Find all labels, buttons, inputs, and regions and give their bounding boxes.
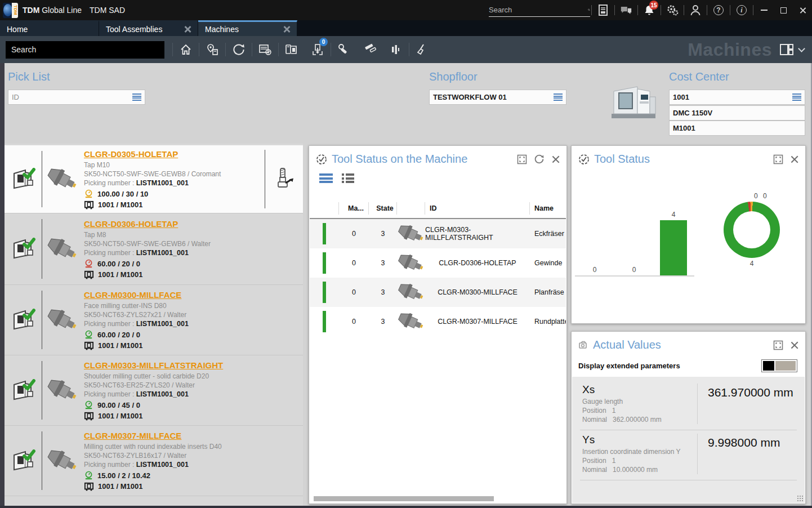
tool-description: Shoulder milling cutter - solid carbide …	[84, 372, 303, 381]
shopfloor-menu-icon[interactable]	[554, 93, 563, 101]
tab-label: Tool Assemblies	[106, 25, 162, 34]
pick-list-menu-icon[interactable]	[132, 93, 141, 101]
titlebar-search-input[interactable]	[489, 6, 588, 14]
notifications-bell-icon[interactable]: 15	[639, 0, 659, 20]
picking-number-label: Picking number :	[84, 390, 134, 398]
tool-assemble-icon[interactable]	[331, 36, 357, 63]
machine-transfer-icon[interactable]	[279, 36, 305, 63]
list-item[interactable]: CLGR-D0306-HOLETAP Tap M8 SK50-NCT50-SWF…	[5, 213, 303, 284]
extended-parameters-toggle[interactable]	[761, 359, 797, 372]
list-item[interactable]: CLGR-M0300-MILLFACE Face milling cutter-…	[5, 284, 303, 355]
resize-grip[interactable]	[797, 495, 804, 502]
list-check-icon[interactable]	[252, 36, 278, 63]
table-row[interactable]: 0 3 CLGR-M0303-MILLFLATSTRAIGHT Eckfräse…	[310, 219, 566, 248]
report-icon[interactable]	[593, 0, 613, 20]
cost-center-field[interactable]	[669, 90, 805, 105]
detail-view-icon[interactable]	[342, 173, 354, 183]
tab-tool-assemblies[interactable]: Tool Assemblies	[99, 20, 198, 36]
col-magazine[interactable]: Ma...	[339, 202, 369, 215]
actual-values-list: Xs Gauge length Position1 Nominal362.000…	[572, 377, 805, 503]
tab-close-icon[interactable]	[283, 26, 290, 33]
horizontal-scrollbar[interactable]	[314, 496, 494, 501]
machine-number-input[interactable]	[673, 124, 801, 132]
messages-icon[interactable]	[616, 0, 636, 20]
home-icon[interactable]	[173, 36, 199, 63]
tool-description: Face milling cutter-INS D80	[84, 301, 303, 310]
toolbar-search[interactable]	[6, 41, 164, 59]
close-icon[interactable]	[790, 155, 798, 163]
titlebar-search[interactable]	[489, 3, 590, 17]
info-icon[interactable]: i	[731, 0, 752, 20]
workspace-title: TDM SAD	[90, 6, 125, 15]
pick-list-id-input[interactable]	[12, 93, 132, 101]
bar	[660, 220, 687, 275]
tdm-logo-icon: TDM	[3, 3, 18, 18]
cost-center-input[interactable]	[673, 93, 792, 101]
bar-green: 4	[654, 211, 693, 275]
tool-image	[397, 284, 425, 301]
app-title: TDM Global Line	[23, 6, 82, 15]
tool-id-link[interactable]: CLGR-D0305-HOLETAP	[84, 149, 178, 159]
list-item[interactable]: CLGR-M0307-MILLFACE Milling cutter with …	[5, 425, 303, 496]
tab-home[interactable]: Home	[0, 20, 99, 36]
machine-number-field[interactable]	[669, 121, 805, 136]
minimize-button[interactable]	[755, 0, 774, 20]
close-icon[interactable]	[790, 341, 798, 349]
chevron-down-icon[interactable]	[798, 45, 805, 52]
tool-id-link[interactable]: CLGR-M0303-MILLFLATSTRAIGHT	[84, 360, 223, 370]
tab-close-icon[interactable]	[184, 26, 191, 33]
pick-list-id-field[interactable]	[8, 90, 145, 105]
picking-number-value: LISTM1001_001	[136, 461, 189, 469]
refresh-icon[interactable]	[226, 36, 252, 63]
shopfloor-input[interactable]	[433, 93, 554, 101]
col-id[interactable]: ID	[425, 202, 530, 215]
measure-bars-icon[interactable]	[383, 36, 409, 63]
tool-life-gauge-icon	[84, 259, 93, 269]
user-icon[interactable]	[685, 0, 706, 20]
tool-disassemble-icon[interactable]	[357, 36, 383, 63]
col-name[interactable]: Name	[530, 202, 566, 215]
table-row[interactable]: 0 3 CLGR-D0306-HOLETAP Gewinde	[310, 248, 566, 278]
cell-state: 3	[369, 259, 397, 267]
list-item[interactable]: CLGR-M0303-MILLFLATSTRAIGHT Shoulder mil…	[5, 355, 303, 425]
expand-icon[interactable]	[773, 340, 783, 350]
settings-gears-icon[interactable]	[662, 0, 682, 20]
search-icon[interactable]	[588, 5, 590, 15]
tool-holder: SK50-NCT63-ER25-ZYLS20 / Walter	[84, 381, 303, 390]
list-item[interactable]: CLGR-D0305-HOLETAP Tap M10 SK50-NCT50-SW…	[5, 145, 303, 213]
picking-number-value: LISTM1001_001	[136, 179, 189, 187]
clear-broom-icon[interactable]	[409, 36, 435, 63]
tool-id-link[interactable]: CLGR-M0307-MILLFACE	[84, 431, 181, 440]
param-name: Xs	[582, 384, 697, 396]
download-to-machine-icon[interactable]: 0	[305, 36, 331, 63]
shopfloor-field[interactable]	[429, 90, 566, 105]
tool-unload-icon[interactable]	[265, 150, 303, 208]
shopfloor-title: Shopfloor	[429, 70, 478, 83]
maximize-button[interactable]	[774, 0, 793, 20]
cell-name: Rundplattenf	[530, 318, 566, 326]
page-title: Machines	[688, 39, 772, 60]
cell-id: CLGR-D0306-HOLETAP	[425, 259, 530, 267]
col-state[interactable]: State	[369, 202, 397, 215]
help-icon[interactable]: ?	[708, 0, 729, 20]
close-icon[interactable]	[551, 155, 560, 163]
cost-center-menu-icon[interactable]	[792, 93, 801, 101]
tool-life-values: 60.00 / 20 / 0	[97, 260, 140, 268]
tool-life-values: 90.00 / 45 / 0	[97, 401, 140, 409]
tool-id-link[interactable]: CLGR-D0306-HOLETAP	[84, 219, 178, 229]
machine-name-field[interactable]	[669, 105, 805, 121]
donut-bottom-label: 4	[722, 260, 781, 268]
toolbar-search-input[interactable]	[11, 45, 159, 54]
tool-id-link[interactable]: CLGR-M0300-MILLFACE	[84, 290, 181, 300]
refresh-icon[interactable]	[534, 154, 545, 164]
table-row[interactable]: 0 3 CLGR-M0307-MILLFACE Rundplattenf	[310, 307, 566, 336]
layout-switcher-icon[interactable]	[780, 44, 793, 55]
close-button[interactable]	[793, 0, 812, 20]
tab-machines[interactable]: Machines	[198, 20, 297, 36]
list-view-icon[interactable]	[319, 173, 333, 183]
machine-name-input[interactable]	[673, 109, 801, 117]
tool-location-icon[interactable]	[199, 36, 225, 63]
expand-icon[interactable]	[773, 154, 783, 164]
table-row[interactable]: 0 3 CLGR-M0300-MILLFACE Planfräse	[310, 278, 566, 307]
expand-icon[interactable]	[517, 154, 527, 164]
